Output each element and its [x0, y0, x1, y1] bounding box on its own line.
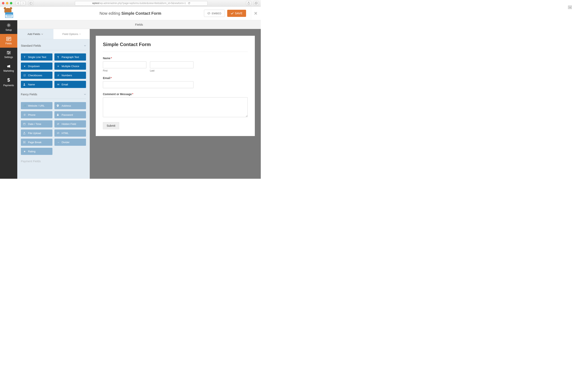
panel-tabs: Add Fields Field Options — [17, 29, 90, 39]
tabs-button[interactable] — [254, 1, 259, 5]
submit-button[interactable]: Submit — [103, 122, 119, 129]
field-dropdown[interactable]: ▾Dropdown — [21, 63, 52, 70]
chevron-down-icon — [84, 45, 86, 47]
rail-fields[interactable]: Fields — [0, 34, 17, 48]
eye-slash-icon — [57, 123, 60, 125]
embed-button[interactable]: EMBED — [204, 10, 225, 17]
form-title: Simple Contact Form — [103, 42, 248, 52]
field-file-upload[interactable]: File Upload — [21, 129, 52, 137]
svg-rect-18 — [57, 115, 59, 116]
email-label: Email* — [103, 77, 248, 80]
panel-title: Fields — [135, 23, 143, 26]
reload-icon[interactable] — [188, 2, 190, 4]
address-bar[interactable]: wptest/wp-admin/admin.php?page=wpforms-b… — [75, 1, 207, 6]
dollar-icon: $ — [7, 77, 10, 83]
nav-back-forward — [16, 1, 26, 5]
chevron-right-icon — [79, 33, 81, 35]
form-field-email[interactable]: Email* — [103, 77, 248, 88]
browser-chrome: wptest/wp-admin/admin.php?page=wpforms-b… — [0, 0, 261, 7]
section-fancy-fields[interactable]: Fancy Fields — [21, 88, 86, 99]
star-icon: ★ — [23, 150, 26, 153]
field-single-line-text[interactable]: TSingle Line Text — [21, 53, 52, 61]
message-label: Comment or Message* — [103, 93, 248, 96]
forward-button[interactable] — [20, 1, 26, 5]
field-name[interactable]: Name — [21, 81, 52, 88]
chevron-down-icon — [41, 33, 43, 35]
rail-marketing[interactable]: Marketing — [0, 61, 17, 75]
svg-rect-0 — [30, 2, 32, 4]
url-text: wptest/wp-admin/admin.php?page=wpforms-b… — [92, 2, 186, 5]
message-textarea[interactable] — [103, 97, 248, 117]
field-page-break[interactable]: Page Break — [21, 139, 52, 146]
map-pin-icon — [57, 104, 60, 107]
tab-field-options[interactable]: Field Options — [53, 29, 90, 39]
chevron-down-icon — [84, 94, 86, 95]
paragraph-icon: ¶ — [57, 56, 60, 59]
fields-panel: Add Fields Field Options Standard Fields — [17, 29, 90, 179]
code-icon — [207, 12, 210, 15]
field-date-time[interactable]: Date / Time — [21, 120, 52, 127]
calendar-icon — [23, 123, 26, 125]
field-multiple-choice[interactable]: ≡Multiple Choice — [54, 63, 86, 70]
code-icon — [57, 132, 60, 134]
field-address[interactable]: Address — [54, 102, 86, 109]
section-payment-fields[interactable]: Payment Fields — [21, 155, 86, 166]
left-rail: Setup Fields Settings Marketing $ Paymen… — [0, 20, 17, 179]
section-standard-fields[interactable]: Standard Fields — [21, 39, 86, 50]
form-preview[interactable]: Simple Contact Form Name* First Last — [96, 36, 255, 136]
field-hidden[interactable]: Hidden Field — [54, 120, 86, 127]
email-input[interactable] — [103, 81, 193, 88]
field-password[interactable]: Password — [54, 111, 86, 118]
form-field-name[interactable]: Name* First Last — [103, 57, 248, 72]
field-phone[interactable]: ✆Phone — [21, 111, 52, 118]
wpforms-logo[interactable] — [4, 8, 15, 18]
sidebar-toggle-button[interactable] — [28, 1, 33, 5]
bullhorn-icon — [7, 64, 11, 68]
tab-add-fields[interactable]: Add Fields — [17, 29, 53, 39]
field-paragraph-text[interactable]: ¶Paragraph Text — [54, 53, 86, 61]
field-website-url[interactable]: 🔗Website / URL — [21, 102, 52, 109]
standard-fields-grid: TSingle Line Text ¶Paragraph Text ▾Dropd… — [21, 50, 86, 88]
upload-icon — [23, 132, 26, 134]
field-numbers[interactable]: #Numbers — [54, 72, 86, 79]
share-button[interactable] — [246, 1, 251, 5]
svg-rect-3 — [255, 2, 257, 4]
first-sublabel: First — [103, 69, 146, 72]
svg-rect-15 — [8, 53, 9, 54]
rail-settings[interactable]: Settings — [0, 48, 17, 61]
field-html[interactable]: HTML — [54, 129, 86, 137]
list-icon: ≡ — [57, 65, 60, 68]
panel-title-bar: Fields — [17, 20, 261, 29]
check-icon — [231, 12, 234, 15]
minimize-window-button[interactable] — [6, 2, 8, 4]
rail-setup[interactable]: Setup — [0, 20, 17, 34]
form-field-message[interactable]: Comment or Message* — [103, 93, 248, 118]
back-button[interactable] — [16, 1, 21, 5]
close-window-button[interactable] — [2, 2, 4, 4]
close-builder-button[interactable] — [251, 7, 257, 20]
last-name-input[interactable] — [150, 61, 193, 68]
maximize-window-button[interactable] — [10, 2, 12, 4]
svg-rect-13 — [8, 51, 8, 52]
fancy-fields-grid: 🔗Website / URL Address ✆Phone Password D… — [21, 99, 86, 155]
last-sublabel: Last — [150, 69, 193, 72]
app-body: Setup Fields Settings Marketing $ Paymen… — [0, 20, 261, 179]
rail-payments[interactable]: $ Payments — [0, 75, 17, 89]
dropdown-icon: ▾ — [23, 65, 26, 68]
svg-point-5 — [8, 24, 9, 26]
rail-label: Settings — [4, 56, 13, 59]
field-email[interactable]: ✉Email — [54, 81, 86, 88]
svg-rect-26 — [23, 142, 25, 143]
traffic-lights — [2, 2, 12, 4]
field-rating[interactable]: ★Rating — [21, 148, 52, 155]
first-name-input[interactable] — [103, 61, 146, 68]
svg-point-17 — [57, 105, 58, 106]
svg-point-16 — [24, 83, 25, 84]
rail-label: Fields — [5, 42, 12, 45]
header-actions: EMBED SAVE — [204, 7, 257, 20]
field-divider[interactable]: →Divider — [54, 139, 86, 146]
save-button[interactable]: SAVE — [227, 10, 246, 17]
svg-rect-4 — [255, 2, 257, 4]
panel-content: Standard Fields TSingle Line Text ¶Parag… — [17, 39, 90, 179]
field-checkboxes[interactable]: ☑Checkboxes — [21, 72, 52, 79]
